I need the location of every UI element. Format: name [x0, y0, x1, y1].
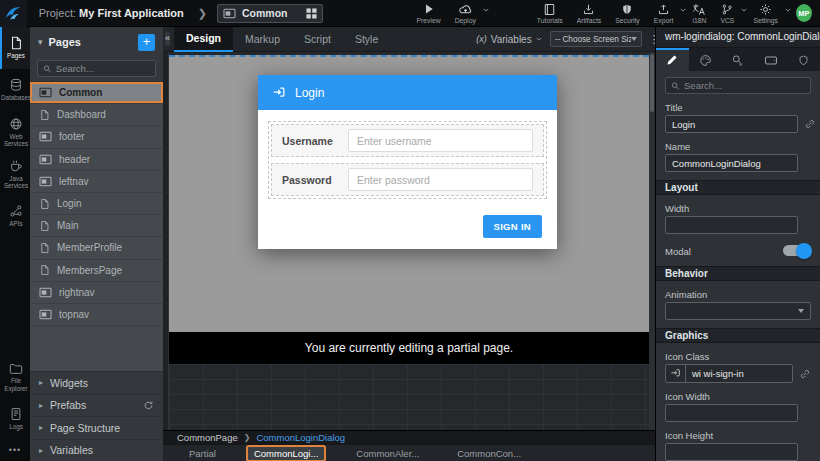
variables-dropdown[interactable]: (x) Variables	[476, 34, 541, 45]
shield-outline-icon	[798, 54, 809, 67]
section-prefabs[interactable]: ▸ Prefabs	[30, 394, 163, 417]
partial-icon	[39, 287, 52, 298]
rail-more-button[interactable]: •••	[0, 440, 30, 461]
tutorials-button[interactable]: Tutorials	[530, 0, 570, 27]
properties-search	[665, 77, 811, 94]
pages-search-input[interactable]	[56, 63, 150, 74]
password-field-row[interactable]: Password	[271, 163, 544, 196]
deploy-button[interactable]: Deploy	[448, 0, 488, 27]
page-item-dashboard[interactable]: Dashboard	[30, 104, 163, 126]
section-page-structure[interactable]: ▸ Page Structure	[30, 416, 163, 439]
bind-link-icon[interactable]	[799, 368, 811, 380]
tab-commonconfirmdialog[interactable]: CommonCon...	[451, 447, 527, 460]
section-widgets[interactable]: ▸ Widgets	[30, 371, 163, 394]
breadcrumb-commonpage[interactable]: CommonPage	[177, 432, 238, 443]
name-field[interactable]	[665, 154, 798, 172]
tab-security[interactable]	[787, 48, 820, 71]
icon-width-field[interactable]	[665, 404, 798, 422]
page-item-memberprofile[interactable]: MemberProfile	[30, 237, 163, 259]
sign-in-button[interactable]: SIGN IN	[483, 215, 542, 238]
properties-search-input[interactable]	[684, 80, 805, 91]
upload-icon	[657, 3, 670, 16]
width-field[interactable]	[665, 216, 798, 234]
animation-select[interactable]	[665, 302, 811, 320]
modal-label: Modal	[665, 246, 691, 256]
rail-item-apis[interactable]: APIs	[0, 195, 30, 237]
artifacts-button[interactable]: Artifacts	[570, 0, 609, 27]
password-input[interactable]	[348, 168, 533, 191]
username-label: Username	[282, 135, 348, 147]
icon-class-field[interactable]: wi wi-sign-in	[665, 364, 793, 383]
tab-design[interactable]: Design	[174, 27, 233, 52]
select-arrow-icon	[798, 309, 804, 313]
page-item-rightnav[interactable]: rightnav	[30, 282, 163, 304]
title-field[interactable]	[665, 115, 798, 133]
preview-button[interactable]: Preview	[409, 0, 447, 27]
partial-icon	[39, 176, 52, 187]
pages-icon	[9, 36, 23, 50]
refresh-icon[interactable]	[143, 400, 154, 411]
wavemaker-logo[interactable]	[0, 0, 27, 27]
settings-button[interactable]: Settings	[746, 0, 790, 27]
add-page-button[interactable]: +	[138, 34, 155, 51]
tab-partial[interactable]: Partial	[183, 447, 222, 460]
page-item-footer[interactable]: footer	[30, 126, 163, 148]
rail-item-pages[interactable]: Pages	[0, 27, 30, 69]
tab-commonlogindialog[interactable]: CommonLogi...	[248, 447, 324, 460]
rail-item-databases[interactable]: Databases	[0, 69, 30, 111]
vcs-button[interactable]: VCS	[713, 0, 746, 27]
rail-item-web-services[interactable]: Web Services	[0, 111, 30, 153]
rail-item-java-services[interactable]: Java Services	[0, 153, 30, 195]
folder-icon	[9, 362, 23, 375]
search-icon	[43, 64, 52, 74]
form-container[interactable]: Username Password	[268, 121, 547, 199]
rail-item-logs[interactable]: Logs	[0, 398, 30, 440]
tab-script[interactable]: Script	[292, 27, 343, 52]
tab-properties[interactable]	[656, 48, 689, 71]
export-button[interactable]: Export	[647, 0, 686, 27]
dialog-header: Login	[258, 75, 557, 110]
page-item-leftnav[interactable]: leftnav	[30, 171, 163, 193]
breadcrumb-commonlogindialog[interactable]: CommonLoginDialog	[256, 432, 345, 443]
section-variables[interactable]: ▸ Variables	[30, 439, 163, 461]
cloud-upload-icon	[458, 3, 473, 15]
username-field-row[interactable]: Username	[271, 124, 544, 157]
collapse-panel-button[interactable]: «	[165, 32, 170, 46]
page-item-common[interactable]: Common	[30, 82, 163, 104]
tab-styles[interactable]	[689, 48, 722, 71]
tab-devices[interactable]	[754, 48, 787, 71]
left-rail: Pages Databases Web Services Java Servic…	[0, 27, 30, 461]
animation-label: Animation	[665, 289, 811, 299]
username-input[interactable]	[348, 129, 533, 152]
caret-right-icon: ▸	[39, 401, 43, 410]
screen-size-select[interactable]: -- Choose Screen Size --	[550, 31, 642, 47]
tab-markup[interactable]: Markup	[233, 27, 292, 52]
page-selector-value: Common	[242, 7, 300, 19]
user-avatar[interactable]: MP	[796, 4, 812, 22]
rail-item-file-explorer[interactable]: File Explorer	[0, 356, 30, 398]
tab-style[interactable]: Style	[343, 27, 390, 52]
git-branch-icon	[721, 3, 733, 16]
page-item-topnav[interactable]: topnav	[30, 304, 163, 326]
grid-icon	[306, 8, 317, 19]
page-item-header[interactable]: header	[30, 149, 163, 171]
security-button[interactable]: Security	[608, 0, 647, 27]
page-item-memberspage[interactable]: MembersPage	[30, 260, 163, 282]
page-item-login[interactable]: Login	[30, 193, 163, 215]
tab-events[interactable]	[722, 48, 755, 71]
pages-panel-header[interactable]: ▾ Pages +	[30, 27, 163, 57]
modal-toggle[interactable]	[783, 245, 811, 256]
page-selector-dropdown[interactable]: Common	[217, 4, 323, 23]
scrollbar-thumb[interactable]	[650, 54, 654, 112]
i18n-button[interactable]: i18N	[685, 0, 713, 27]
icon-height-label: Icon Height	[665, 430, 811, 440]
icon-height-field[interactable]	[665, 443, 798, 461]
database-icon	[9, 78, 23, 92]
login-dialog-widget[interactable]: Login Username Password SIGN IN	[258, 75, 557, 249]
translate-icon	[692, 3, 706, 16]
partial-icon	[39, 87, 52, 98]
title-label: Title	[665, 102, 811, 112]
bind-link-icon[interactable]	[804, 118, 816, 130]
tab-commonalertdialog[interactable]: CommonAler...	[350, 447, 425, 460]
page-item-main[interactable]: Main	[30, 215, 163, 237]
